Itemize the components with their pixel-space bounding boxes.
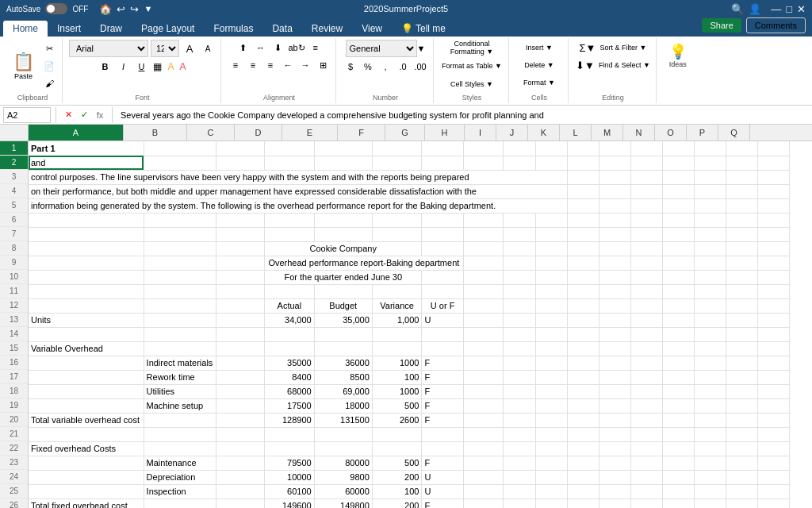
cell-O4[interactable] [695,184,726,198]
minimize-btn[interactable]: — [771,3,781,15]
col-header-H[interactable]: H [425,125,465,140]
cell-D13[interactable]: 34,000 [265,313,315,327]
col-header-P[interactable]: P [687,125,718,140]
cell-A22[interactable]: Fixed overhead Costs [29,441,144,456]
col-header-C[interactable]: C [187,125,235,140]
fill-button[interactable]: ⬇▼ [575,57,596,73]
cell-G24[interactable]: U [422,470,463,484]
cell-A5[interactable]: information being generated by the syste… [29,198,568,213]
cell-Q1[interactable] [758,141,790,156]
formula-input[interactable] [117,107,809,123]
col-header-D[interactable]: D [235,125,282,140]
borders-button[interactable]: ▦ [151,60,163,74]
cell-N5[interactable] [663,198,695,213]
increase-indent[interactable]: → [297,57,313,73]
cell-N3[interactable] [663,170,695,184]
cell-P3[interactable] [726,170,758,184]
cell-D17[interactable]: 8400 [265,370,315,384]
cell-F2[interactable] [372,156,422,170]
cell-B25[interactable]: Inspection [144,484,216,498]
tab-view[interactable]: View [352,21,392,37]
format-as-table-button[interactable]: Format as Table ▼ [440,58,504,74]
comments-button[interactable]: Comments [746,17,806,33]
cell-A7[interactable] [29,227,144,241]
cell-J1[interactable] [535,141,568,156]
cell-K5[interactable] [568,198,599,213]
cell-E26[interactable]: 149800 [314,498,372,508]
cell-G13[interactable]: U [422,313,463,327]
cancel-formula-btn[interactable]: ✕ [61,108,75,122]
cell-Q2[interactable] [758,156,790,170]
cell-D18[interactable]: 68000 [265,384,315,398]
cell-E1[interactable] [314,141,372,156]
col-header-G[interactable]: G [385,125,425,140]
font-size-increase[interactable]: A [182,40,197,56]
col-header-O[interactable]: O [655,125,687,140]
cell-L5[interactable] [599,198,631,213]
tab-data[interactable]: Data [262,21,301,37]
cell-K4[interactable] [568,184,599,198]
cell-M3[interactable] [631,170,663,184]
cell-G23[interactable]: F [422,456,463,470]
toolbar-icon-redo[interactable]: ↪ [130,3,139,15]
cell-G2[interactable] [422,156,463,170]
font-color-button[interactable]: A [178,60,188,74]
increase-decimal[interactable]: .00 [412,59,428,75]
cell-A4[interactable]: on their performance, but both middle an… [29,184,568,198]
currency-button[interactable]: $ [343,59,358,75]
tab-draw[interactable]: Draw [90,21,132,37]
paste-button[interactable]: 📋 Paste [8,50,39,82]
cell-G19[interactable]: F [422,398,463,413]
col-header-Q[interactable]: Q [718,125,750,140]
cell-K3[interactable] [568,170,599,184]
font-family-selector[interactable]: Arial [69,40,148,57]
tab-formulas[interactable]: Formulas [204,21,262,37]
cell-E24[interactable]: 9800 [314,470,372,484]
tab-home[interactable]: Home [3,21,48,37]
col-header-E[interactable]: E [282,125,338,140]
cell-L2[interactable] [599,156,631,170]
profile-icon[interactable]: 👤 [749,3,761,15]
cell-B18[interactable]: Utilities [144,384,216,398]
bold-button[interactable]: B [97,59,113,75]
col-header-J[interactable]: J [496,125,528,140]
cell-E12[interactable]: Budget [314,298,372,313]
cell-L1[interactable] [599,141,631,156]
cell-F26[interactable]: 200 [372,498,422,508]
tab-page-layout[interactable]: Page Layout [132,21,204,37]
number-format-dropdown-icon[interactable]: ▼ [417,44,426,53]
cell-D2[interactable] [265,156,315,170]
cell-K1[interactable] [568,141,599,156]
italic-button[interactable]: I [115,59,131,75]
cell-C2[interactable] [216,156,265,170]
cell-D12[interactable]: Actual [265,298,315,313]
cell-O3[interactable] [695,170,726,184]
cell-B2[interactable] [144,156,216,170]
cell-A13[interactable]: Units [29,313,144,327]
ideas-button[interactable]: 💡 Ideas [663,40,693,71]
cell-H2[interactable] [463,156,504,170]
copy-button[interactable]: 📄 [41,58,57,74]
tab-review[interactable]: Review [302,21,352,37]
autosave-toggle[interactable] [45,3,67,14]
cell-A3[interactable]: control purposes. The line supervisors h… [29,170,568,184]
cell-F23[interactable]: 500 [372,456,422,470]
cell-M5[interactable] [631,198,663,213]
cell-E18[interactable]: 69,000 [314,384,372,398]
cell-F25[interactable]: 100 [372,484,422,498]
cell-A1[interactable]: Part 1 [29,141,144,156]
comma-button[interactable]: , [377,59,393,75]
toolbar-icon-save[interactable]: 🏠 [99,3,112,15]
cell-F16[interactable]: 1000 [372,356,422,370]
cell-B24[interactable]: Depreciation [144,470,216,484]
cell-A2[interactable]: and [29,156,144,170]
col-header-K[interactable]: K [528,125,560,140]
cell-G17[interactable]: F [422,370,463,384]
align-bottom[interactable]: ⬇ [270,40,285,56]
cut-button[interactable]: ✂ [41,40,57,56]
cell-P4[interactable] [726,184,758,198]
orientation-button[interactable]: ab↻ [287,40,305,56]
cell-E19[interactable]: 18000 [314,398,372,413]
cell-M4[interactable] [631,184,663,198]
cell-O2[interactable] [695,156,726,170]
